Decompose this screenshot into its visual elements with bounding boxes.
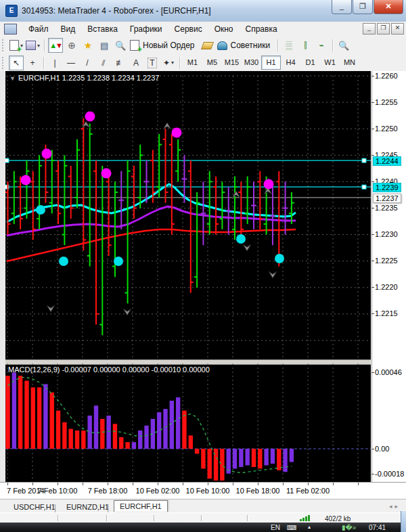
toolbar-grip[interactable] — [2, 57, 6, 69]
menu-Файл[interactable]: Файл — [22, 23, 55, 35]
chart-ohlc-text: EURCHF,H1 1.2235 1.2238 1.2234 1.2237 — [18, 74, 160, 82]
symbols-button[interactable]: ★ — [81, 38, 95, 53]
minimize-button[interactable]: _ — [332, 0, 352, 14]
status-separator — [106, 515, 107, 521]
cursor-tool[interactable]: ↖ — [9, 56, 24, 70]
time-label: 10 Feb 10:00 — [186, 487, 230, 495]
text-tool[interactable]: A — [129, 56, 143, 70]
macd-scale-label: 0.00046 — [375, 368, 402, 376]
line-chart-button[interactable]: ⌁ — [314, 38, 329, 53]
line-handle[interactable] — [5, 158, 9, 162]
text-label-icon: T — [148, 58, 156, 68]
price-chart[interactable] — [5, 71, 371, 360]
timeframe-H4[interactable]: H4 — [281, 56, 300, 70]
line-handle[interactable] — [362, 158, 366, 162]
channel-icon: ⫽ — [102, 58, 105, 68]
timeframe-M5[interactable]: M5 — [202, 56, 222, 70]
menu-Сервис[interactable]: Сервис — [168, 23, 208, 35]
terminal-button[interactable]: ▤ — [97, 38, 112, 53]
cursor-icon: ↖ — [13, 58, 20, 68]
time-label: 10 Feb 18:00 — [236, 487, 280, 495]
metaeditor-button[interactable] — [200, 38, 215, 53]
time-tick — [58, 483, 58, 485]
strategy-tester-button[interactable]: 🔍 — [113, 38, 128, 53]
timeframe-MN[interactable]: MN — [340, 56, 359, 70]
language-indicator[interactable]: EN — [271, 524, 280, 531]
text-label-tool[interactable]: T — [145, 56, 160, 70]
magenta-signal-dot — [102, 169, 112, 179]
clock[interactable]: 07:41 — [369, 524, 386, 531]
vertical-line-tool[interactable]: | — [47, 56, 62, 70]
menu-Графики[interactable]: Графики — [124, 23, 168, 35]
tab-separator: | — [54, 503, 56, 512]
candlestick-icon: ⫿ — [304, 41, 307, 50]
macd-header: MACD(12,26,9) -0.00007 0.00000 0.00000 -… — [8, 365, 210, 374]
price-label: 1.2225 — [375, 257, 398, 265]
text-icon: A — [133, 58, 139, 68]
timeframe-H1[interactable]: H1 — [261, 56, 281, 70]
child-minimize-button[interactable]: _ — [363, 23, 376, 35]
menu-Окно[interactable]: Окно — [208, 23, 240, 35]
time-label: 7 Feb 18:00 — [88, 487, 128, 495]
chart-dropdown-icon[interactable]: ▼ — [9, 75, 16, 82]
macd-indicator-panel[interactable] — [5, 363, 371, 481]
chart-shift-button[interactable]: ⊕ — [64, 38, 79, 53]
status-separator — [154, 515, 154, 521]
toolbar-grip[interactable] — [2, 39, 6, 51]
close-button[interactable]: ✕ — [374, 0, 403, 14]
tray-expand-icon[interactable]: ▴ — [308, 524, 311, 530]
new-order-button[interactable]: + Новый Ордер — [129, 38, 198, 53]
trendline-tool[interactable]: / — [80, 56, 95, 70]
trendline-icon: / — [86, 58, 88, 68]
tab-scroll-arrows[interactable]: ◂▸ — [389, 503, 401, 510]
windows-taskbar[interactable]: EN ⌨ ▴ ▮�» 07:41 — [0, 523, 406, 532]
timeframe-M1[interactable]: M1 — [183, 56, 202, 70]
autoscroll-button[interactable]: ▲▼ — [48, 38, 63, 53]
signal-arrow-down — [47, 305, 55, 312]
level-price-label: 1.2239 — [373, 183, 401, 192]
menu-Справка[interactable]: Справка — [240, 23, 284, 35]
fibonacci-tool[interactable]: ≢ — [112, 56, 127, 70]
menu-Вставка[interactable]: Вставка — [81, 23, 124, 35]
expert-advisors-button[interactable]: Советники — [217, 38, 275, 53]
expert-advisors-label: Советники — [227, 41, 274, 50]
menu-Вид[interactable]: Вид — [55, 23, 82, 35]
terminal-icon: ▤ — [100, 41, 108, 51]
candlestick-button[interactable]: ⫿ — [298, 38, 313, 53]
time-axis[interactable]: 7 Feb 20147 Feb 10:007 Feb 18:0010 Feb 0… — [0, 482, 406, 500]
profiles-button[interactable]: ▾ — [25, 38, 41, 53]
keyboard-icon[interactable]: ⌨ — [287, 524, 296, 531]
zoom-in-button[interactable]: 🔍 — [336, 38, 351, 53]
fibonacci-icon: ≢ — [116, 58, 124, 68]
timeframe-W1[interactable]: W1 — [320, 56, 340, 70]
crosshair-tool[interactable]: + — [25, 56, 40, 70]
channel-tool[interactable]: ⫽ — [96, 56, 111, 70]
timeframe-M15[interactable]: M15 — [222, 56, 242, 70]
title-bar[interactable]: E 3014953: MetaTrader 4 - RoboForex - [E… — [0, 0, 406, 22]
horizontal-line-tool[interactable]: — — [64, 56, 78, 70]
line-handle[interactable] — [362, 185, 366, 189]
child-restore-button[interactable]: ❐ — [377, 23, 390, 35]
zoom-in-icon: 🔍 — [338, 41, 349, 51]
timeframe-D1[interactable]: D1 — [300, 56, 320, 70]
arrows-tool[interactable]: ✦▾ — [161, 56, 176, 70]
child-close-button[interactable]: ✕ — [391, 23, 404, 35]
chart-tab-bar: ◂▸ USDCHF,H1|EURNZD,H1|EURCHF,H1 — [0, 499, 406, 513]
timeframe-M30[interactable]: M30 — [242, 56, 261, 70]
bar-chart-button[interactable]: 𝄛 — [281, 38, 296, 53]
new-order-icon: + — [130, 40, 139, 51]
new-chart-button[interactable]: +▾ — [9, 38, 24, 53]
vertical-line-icon: | — [53, 58, 55, 68]
scroll-arrows-icon: ▲▼ — [49, 41, 62, 49]
chart-tab-EURCHFH1[interactable]: EURCHF,H1 — [114, 500, 168, 512]
price-scale[interactable]: 1.22601.22551.22501.22451.22401.22351.22… — [371, 71, 406, 499]
drawing-toolbar: ↖ + | — / ⫽ ≢ A T ✦▾ M1M5M15M30H1H4D1W1M… — [0, 54, 406, 72]
chart-tab-USDCHFH1[interactable]: USDCHF,H1 — [8, 502, 61, 512]
price-label: 1.2215 — [375, 309, 398, 317]
status-separator — [201, 515, 202, 521]
magenta-signal-dot — [42, 149, 52, 159]
profiles-icon — [26, 41, 36, 50]
maximize-button[interactable]: ❐ — [353, 0, 373, 14]
network-icon[interactable]: ▮�» — [342, 524, 356, 531]
time-label: 7 Feb 10:00 — [38, 487, 78, 495]
